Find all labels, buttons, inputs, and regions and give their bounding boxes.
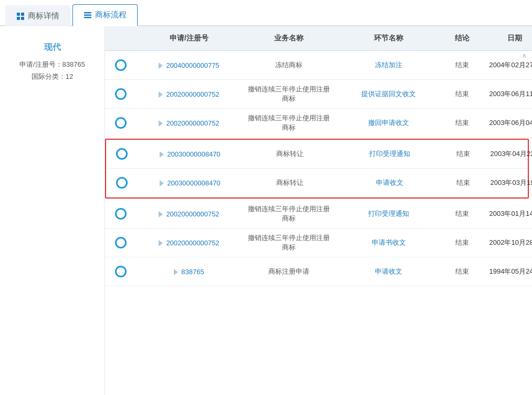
- tab-detail-label: 商标详情: [28, 11, 59, 21]
- circle-icon: [115, 59, 127, 71]
- reg-num-text: 20030000008470: [167, 179, 220, 187]
- reg-num-text: 20020000000752: [166, 239, 219, 247]
- table-row[interactable]: 838765商标注册申请申请收文结束1994年05月24日: [105, 257, 532, 286]
- svg-rect-4: [84, 12, 91, 14]
- svg-rect-1: [21, 13, 24, 16]
- row-arrow-icon: [160, 180, 164, 186]
- cell-stage: 撤回申请收文: [336, 114, 441, 132]
- circle-icon: [116, 148, 128, 160]
- header-reg-num: 申请/注册号: [137, 32, 242, 45]
- app-container: 商标详情 商标流程 现代 申请/注册号：838765 国际分类：12: [0, 0, 532, 395]
- table-area: 申请/注册号 业务名称 环节名称 结论 日期 ∧ 20040000000775冻…: [105, 26, 532, 395]
- cell-conclusion: 结束: [441, 114, 483, 132]
- cell-date: 2003年03月19日: [484, 174, 532, 192]
- svg-rect-2: [17, 17, 20, 20]
- table-row[interactable]: 20020000000752撤销连续三年停止使用注册商标打印受理通知结束2003…: [105, 200, 532, 228]
- cell-stage: 提供证据回文收文: [336, 85, 441, 103]
- cell-reg-num[interactable]: 20020000000752: [137, 235, 242, 251]
- svg-rect-0: [17, 13, 20, 16]
- row-circle-col: [105, 113, 137, 133]
- cell-reg-num[interactable]: 20040000000775: [137, 57, 242, 74]
- row-arrow-icon: [160, 151, 164, 158]
- cell-business: 撤销连续三年停止使用注册商标: [242, 200, 336, 227]
- list-icon: [84, 11, 92, 19]
- reg-num-text: 20020000000752: [166, 90, 219, 98]
- cell-date: 2003年06月11日: [483, 85, 532, 103]
- table-row[interactable]: 20020000000752撤销连续三年停止使用注册商标申请书收文结束2002年…: [105, 228, 532, 257]
- row-circle-col: [105, 204, 137, 224]
- table-row[interactable]: 20020000000752撤销连续三年停止使用注册商标提供证据回文收文结束20…: [105, 80, 532, 109]
- table-row[interactable]: 20040000000775冻结商标冻结加注结束2004年02月27日: [105, 51, 532, 80]
- header-empty-circle: [105, 32, 137, 45]
- cell-stage: 打印受理通知: [336, 205, 441, 223]
- sidebar-app-num: 申请/注册号：838765: [19, 58, 85, 70]
- row-circle-col: [106, 144, 138, 164]
- cell-date: 2002年10月28日: [483, 234, 532, 252]
- cell-conclusion: 结束: [441, 263, 483, 280]
- cell-conclusion: 结束: [442, 145, 484, 163]
- cell-business: 撤销连续三年停止使用注册商标: [242, 80, 336, 108]
- cell-conclusion: 结束: [441, 85, 483, 103]
- reg-num-text: 838765: [181, 268, 204, 276]
- cell-conclusion: 结束: [441, 56, 483, 74]
- header-date: 日期: [483, 32, 532, 45]
- cell-stage: 申请收文: [337, 174, 442, 192]
- tab-flow-label: 商标流程: [95, 10, 127, 20]
- circle-icon: [115, 266, 127, 277]
- table-icon: [16, 12, 25, 20]
- header-stage: 环节名称: [336, 32, 441, 45]
- reg-num-text: 20020000000752: [166, 119, 219, 127]
- cell-reg-num[interactable]: 20030000008470: [138, 146, 243, 162]
- scroll-up-indicator: ∧: [522, 52, 527, 59]
- table-header: 申请/注册号 业务名称 环节名称 结论 日期: [105, 26, 532, 51]
- table-row[interactable]: 20020000000752撤销连续三年停止使用注册商标撤回申请收文结束2003…: [105, 109, 532, 138]
- cell-date: 2003年06月04日: [483, 114, 532, 132]
- table-body: ∧ 20040000000775冻结商标冻结加注结束2004年02月27日200…: [105, 51, 532, 395]
- row-arrow-icon: [159, 240, 163, 246]
- cell-business: 商标转让: [243, 145, 337, 163]
- cell-conclusion: 结束: [441, 205, 483, 223]
- cell-reg-num[interactable]: 20030000008470: [138, 175, 243, 191]
- reg-num-text: 20030000008470: [167, 150, 220, 158]
- cell-business: 撤销连续三年停止使用注册商标: [242, 109, 336, 137]
- cell-reg-num[interactable]: 838765: [137, 264, 242, 280]
- row-arrow-icon: [159, 211, 163, 217]
- cell-conclusion: 结束: [441, 234, 483, 252]
- sidebar-trademark-name: 现代: [44, 42, 61, 53]
- cell-business: 撤销连续三年停止使用注册商标: [242, 229, 336, 256]
- row-arrow-icon: [159, 63, 163, 69]
- circle-icon: [116, 177, 128, 189]
- tab-flow[interactable]: 商标流程: [72, 4, 138, 26]
- header-conclusion: 结论: [441, 32, 483, 45]
- main-content: 现代 申请/注册号：838765 国际分类：12 申请/注册号 业务名称 环节名…: [0, 26, 532, 395]
- circle-icon: [115, 208, 127, 220]
- cell-reg-num[interactable]: 20020000000752: [137, 115, 242, 131]
- highlighted-group: 20030000008470商标转让打印受理通知结束2003年04月22日200…: [105, 139, 529, 199]
- cell-conclusion: 结束: [442, 174, 484, 192]
- table-row[interactable]: 20030000008470商标转让申请收文结束2003年03月19日: [106, 169, 528, 198]
- row-arrow-icon: [159, 120, 163, 127]
- row-arrow-icon: [159, 91, 163, 98]
- cell-reg-num[interactable]: 20020000000752: [137, 206, 242, 222]
- cell-date: 1994年05月24日: [483, 263, 532, 280]
- reg-num-text: 20040000000775: [166, 61, 219, 69]
- tab-bar: 商标详情 商标流程: [0, 0, 532, 26]
- cell-business: 冻结商标: [242, 56, 336, 74]
- sidebar: 现代 申请/注册号：838765 国际分类：12: [0, 26, 105, 395]
- row-circle-col: [105, 233, 137, 253]
- cell-stage: 冻结加注: [336, 56, 441, 74]
- tab-detail[interactable]: 商标详情: [5, 5, 70, 26]
- cell-stage: 打印受理通知: [337, 145, 442, 163]
- svg-rect-5: [84, 14, 91, 16]
- row-circle-col: [106, 173, 138, 193]
- sidebar-intl-class: 国际分类：12: [32, 70, 73, 82]
- row-circle-col: [105, 55, 137, 75]
- cell-business: 商标注册申请: [242, 263, 336, 280]
- header-business: 业务名称: [242, 32, 336, 45]
- cell-reg-num[interactable]: 20020000000752: [137, 86, 242, 102]
- circle-icon: [115, 88, 127, 100]
- row-circle-col: [105, 84, 137, 104]
- cell-stage: 申请收文: [336, 263, 441, 280]
- svg-rect-6: [84, 17, 91, 18]
- table-row[interactable]: 20030000008470商标转让打印受理通知结束2003年04月22日: [106, 140, 528, 169]
